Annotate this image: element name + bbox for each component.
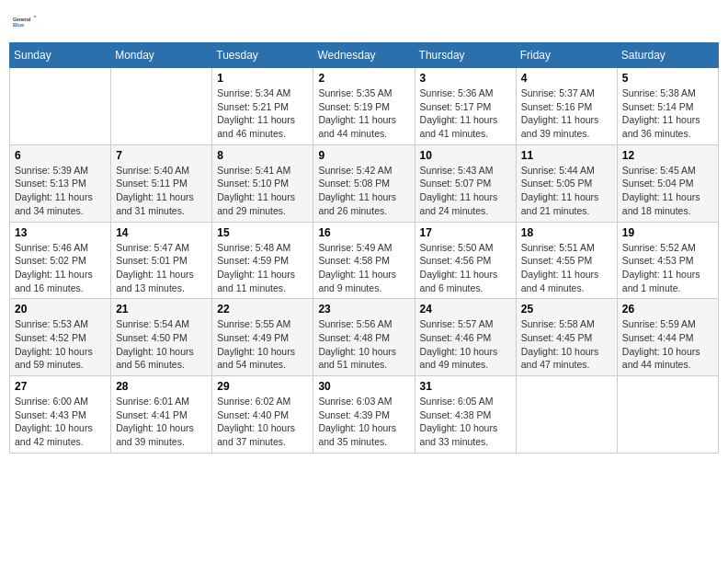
day-number: 16 xyxy=(318,226,409,239)
calendar-cell: 8Sunrise: 5:41 AM Sunset: 5:10 PM Daylig… xyxy=(212,144,313,222)
logo-icon: General Blue xyxy=(13,9,39,35)
cell-content: Sunrise: 5:51 AM Sunset: 4:55 PM Dayligh… xyxy=(521,241,612,295)
day-number: 14 xyxy=(116,226,207,239)
calendar-cell: 14Sunrise: 5:47 AM Sunset: 5:01 PM Dayli… xyxy=(111,222,212,299)
calendar-cell: 26Sunrise: 5:59 AM Sunset: 4:44 PM Dayli… xyxy=(617,299,718,376)
day-number: 21 xyxy=(116,303,207,316)
day-number: 3 xyxy=(420,72,511,85)
cell-content: Sunrise: 6:02 AM Sunset: 4:40 PM Dayligh… xyxy=(217,395,308,449)
calendar-cell: 19Sunrise: 5:52 AM Sunset: 4:53 PM Dayli… xyxy=(617,222,718,299)
calendar-cell: 10Sunrise: 5:43 AM Sunset: 5:07 PM Dayli… xyxy=(415,144,516,222)
cell-content: Sunrise: 5:56 AM Sunset: 4:48 PM Dayligh… xyxy=(318,317,409,372)
day-number: 18 xyxy=(521,226,612,239)
calendar-cell: 18Sunrise: 5:51 AM Sunset: 4:55 PM Dayli… xyxy=(516,222,617,299)
day-number: 9 xyxy=(318,149,409,162)
cell-content: Sunrise: 5:46 AM Sunset: 5:02 PM Dayligh… xyxy=(15,241,106,295)
cell-content: Sunrise: 5:48 AM Sunset: 4:59 PM Dayligh… xyxy=(217,241,308,295)
calendar-cell xyxy=(617,376,718,454)
day-number: 24 xyxy=(420,303,511,316)
calendar-cell: 3Sunrise: 5:36 AM Sunset: 5:17 PM Daylig… xyxy=(415,68,516,145)
day-number: 22 xyxy=(217,303,308,316)
cell-content: Sunrise: 6:03 AM Sunset: 4:39 PM Dayligh… xyxy=(318,395,409,449)
day-number: 10 xyxy=(420,149,511,162)
day-number: 29 xyxy=(217,380,308,393)
day-number: 2 xyxy=(318,72,409,85)
calendar-cell: 15Sunrise: 5:48 AM Sunset: 4:59 PM Dayli… xyxy=(212,222,313,299)
calendar-cell: 23Sunrise: 5:56 AM Sunset: 4:48 PM Dayli… xyxy=(313,299,415,376)
calendar-week-row: 6Sunrise: 5:39 AM Sunset: 5:13 PM Daylig… xyxy=(10,144,719,222)
cell-content: Sunrise: 5:52 AM Sunset: 4:53 PM Dayligh… xyxy=(622,241,713,295)
cell-content: Sunrise: 5:54 AM Sunset: 4:50 PM Dayligh… xyxy=(116,317,207,372)
calendar-cell: 17Sunrise: 5:50 AM Sunset: 4:56 PM Dayli… xyxy=(415,222,516,299)
cell-content: Sunrise: 5:44 AM Sunset: 5:05 PM Dayligh… xyxy=(521,164,612,218)
day-number: 26 xyxy=(622,303,713,316)
calendar-cell: 2Sunrise: 5:35 AM Sunset: 5:19 PM Daylig… xyxy=(313,68,415,145)
calendar-cell xyxy=(10,68,111,145)
day-number: 7 xyxy=(116,149,207,162)
day-number: 5 xyxy=(622,72,713,85)
cell-content: Sunrise: 5:43 AM Sunset: 5:07 PM Dayligh… xyxy=(420,164,511,218)
cell-content: Sunrise: 5:40 AM Sunset: 5:11 PM Dayligh… xyxy=(116,164,207,218)
day-number: 19 xyxy=(622,226,713,239)
calendar-cell: 1Sunrise: 5:34 AM Sunset: 5:21 PM Daylig… xyxy=(212,68,313,145)
cell-content: Sunrise: 5:53 AM Sunset: 4:52 PM Dayligh… xyxy=(15,317,106,372)
calendar-week-row: 20Sunrise: 5:53 AM Sunset: 4:52 PM Dayli… xyxy=(10,299,719,376)
calendar-cell: 16Sunrise: 5:49 AM Sunset: 4:58 PM Dayli… xyxy=(313,222,415,299)
cell-content: Sunrise: 5:47 AM Sunset: 5:01 PM Dayligh… xyxy=(116,241,207,295)
calendar-header-row: SundayMondayTuesdayWednesdayThursdayFrid… xyxy=(10,43,719,68)
calendar-cell: 20Sunrise: 5:53 AM Sunset: 4:52 PM Dayli… xyxy=(10,299,111,376)
cell-content: Sunrise: 6:00 AM Sunset: 4:43 PM Dayligh… xyxy=(15,395,106,449)
calendar-week-row: 1Sunrise: 5:34 AM Sunset: 5:21 PM Daylig… xyxy=(10,68,719,145)
day-number: 20 xyxy=(15,303,106,316)
cell-content: Sunrise: 6:01 AM Sunset: 4:41 PM Dayligh… xyxy=(116,395,207,449)
day-number: 30 xyxy=(318,380,409,393)
calendar-week-row: 13Sunrise: 5:46 AM Sunset: 5:02 PM Dayli… xyxy=(10,222,719,299)
cell-content: Sunrise: 5:36 AM Sunset: 5:17 PM Dayligh… xyxy=(420,86,511,141)
calendar-cell: 21Sunrise: 5:54 AM Sunset: 4:50 PM Dayli… xyxy=(111,299,212,376)
weekday-header: Monday xyxy=(111,43,212,68)
calendar-cell: 12Sunrise: 5:45 AM Sunset: 5:04 PM Dayli… xyxy=(617,144,718,222)
day-number: 31 xyxy=(420,380,511,393)
page-header: General Blue xyxy=(9,9,719,35)
weekday-header: Thursday xyxy=(415,43,516,68)
cell-content: Sunrise: 5:37 AM Sunset: 5:16 PM Dayligh… xyxy=(521,86,612,141)
calendar-cell: 25Sunrise: 5:58 AM Sunset: 4:45 PM Dayli… xyxy=(516,299,617,376)
weekday-header: Wednesday xyxy=(313,43,415,68)
day-number: 15 xyxy=(217,226,308,239)
day-number: 4 xyxy=(521,72,612,85)
day-number: 6 xyxy=(15,149,106,162)
calendar-cell: 29Sunrise: 6:02 AM Sunset: 4:40 PM Dayli… xyxy=(212,376,313,454)
svg-text:Blue: Blue xyxy=(13,22,24,28)
calendar-cell: 28Sunrise: 6:01 AM Sunset: 4:41 PM Dayli… xyxy=(111,376,212,454)
day-number: 25 xyxy=(521,303,612,316)
weekday-header: Tuesday xyxy=(212,43,313,68)
day-number: 8 xyxy=(217,149,308,162)
day-number: 1 xyxy=(217,72,308,85)
calendar-cell: 5Sunrise: 5:38 AM Sunset: 5:14 PM Daylig… xyxy=(617,68,718,145)
weekday-header: Friday xyxy=(516,43,617,68)
calendar-week-row: 27Sunrise: 6:00 AM Sunset: 4:43 PM Dayli… xyxy=(10,376,719,454)
calendar-cell: 30Sunrise: 6:03 AM Sunset: 4:39 PM Dayli… xyxy=(313,376,415,454)
cell-content: Sunrise: 5:59 AM Sunset: 4:44 PM Dayligh… xyxy=(622,317,713,372)
calendar-cell: 4Sunrise: 5:37 AM Sunset: 5:16 PM Daylig… xyxy=(516,68,617,145)
day-number: 28 xyxy=(116,380,207,393)
cell-content: Sunrise: 5:49 AM Sunset: 4:58 PM Dayligh… xyxy=(318,241,409,295)
cell-content: Sunrise: 5:35 AM Sunset: 5:19 PM Dayligh… xyxy=(318,86,409,141)
calendar-cell: 11Sunrise: 5:44 AM Sunset: 5:05 PM Dayli… xyxy=(516,144,617,222)
cell-content: Sunrise: 5:45 AM Sunset: 5:04 PM Dayligh… xyxy=(622,164,713,218)
day-number: 11 xyxy=(521,149,612,162)
day-number: 17 xyxy=(420,226,511,239)
logo: General Blue xyxy=(13,9,39,35)
calendar-cell: 24Sunrise: 5:57 AM Sunset: 4:46 PM Dayli… xyxy=(415,299,516,376)
svg-marker-2 xyxy=(33,16,36,17)
cell-content: Sunrise: 5:38 AM Sunset: 5:14 PM Dayligh… xyxy=(622,86,713,141)
calendar-cell: 27Sunrise: 6:00 AM Sunset: 4:43 PM Dayli… xyxy=(10,376,111,454)
calendar-cell xyxy=(516,376,617,454)
calendar-cell xyxy=(111,68,212,145)
cell-content: Sunrise: 5:57 AM Sunset: 4:46 PM Dayligh… xyxy=(420,317,511,372)
calendar-cell: 9Sunrise: 5:42 AM Sunset: 5:08 PM Daylig… xyxy=(313,144,415,222)
calendar-table: SundayMondayTuesdayWednesdayThursdayFrid… xyxy=(9,42,719,454)
cell-content: Sunrise: 5:39 AM Sunset: 5:13 PM Dayligh… xyxy=(15,164,106,218)
cell-content: Sunrise: 5:55 AM Sunset: 4:49 PM Dayligh… xyxy=(217,317,308,372)
weekday-header: Saturday xyxy=(617,43,718,68)
